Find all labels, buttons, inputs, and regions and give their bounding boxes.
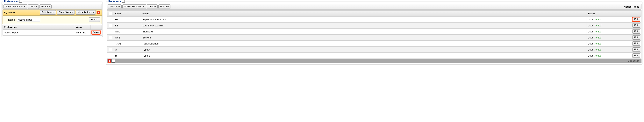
search-button-label: Search bbox=[90, 18, 98, 21]
search-button[interactable]: Search bbox=[89, 17, 100, 22]
remove-row-icon[interactable]: − bbox=[112, 59, 115, 63]
print-button[interactable]: Print bbox=[28, 4, 39, 9]
preferences-legend: Preferences − bbox=[3, 0, 22, 3]
row-checkbox[interactable] bbox=[109, 18, 112, 21]
col-preference[interactable]: Preference bbox=[3, 25, 75, 29]
cell-status: User (Active) bbox=[586, 16, 631, 22]
status-active: (Active) bbox=[594, 36, 602, 39]
cell-code: ES bbox=[114, 16, 141, 22]
refresh-label: Refresh bbox=[41, 5, 50, 8]
cell-action: Edit bbox=[631, 41, 642, 47]
status-active: (Active) bbox=[594, 42, 602, 45]
cell-status: User (Active) bbox=[586, 47, 631, 53]
cell-name: Standard bbox=[141, 28, 586, 35]
caret-down-icon bbox=[143, 6, 144, 7]
row-checkbox[interactable] bbox=[109, 24, 112, 27]
cell-area: SYSTEM bbox=[75, 29, 90, 35]
cell-status: User (Active) bbox=[586, 41, 631, 47]
status-active: (Active) bbox=[594, 18, 602, 21]
cell-action: Edit bbox=[631, 22, 642, 28]
cell-code: A bbox=[114, 47, 141, 53]
preference-panel: Preference − Actions Saved Searches Prin… bbox=[106, 1, 642, 65]
cell-action: Edit bbox=[631, 16, 642, 22]
edit-button[interactable]: Edit bbox=[632, 53, 640, 58]
edit-button[interactable]: Edit bbox=[632, 47, 640, 52]
cell-action: Edit bbox=[631, 35, 642, 41]
edit-button[interactable]: Edit bbox=[632, 35, 640, 40]
close-icon[interactable]: ✕ bbox=[97, 11, 100, 14]
refresh-label: Refresh bbox=[160, 5, 169, 8]
cell-select bbox=[107, 35, 114, 41]
cell-code: LS bbox=[114, 22, 141, 28]
row-checkbox[interactable] bbox=[109, 30, 112, 33]
notice-types-grid: Code Name Status ESExpiry Stock WarningU… bbox=[107, 10, 642, 59]
collapse-icon[interactable]: − bbox=[122, 0, 125, 2]
status-active: (Active) bbox=[594, 54, 602, 57]
status-active: (Active) bbox=[594, 48, 602, 51]
by-name-label: By Name bbox=[4, 11, 38, 14]
col-status[interactable]: Status bbox=[586, 10, 631, 16]
table-row[interactable]: Notice TypesSYSTEMView bbox=[3, 29, 102, 35]
col-name[interactable]: Name bbox=[141, 10, 586, 16]
cell-select bbox=[107, 53, 114, 59]
table-row[interactable]: SYSSystemUser (Active)Edit bbox=[107, 35, 642, 41]
cell-select bbox=[107, 22, 114, 28]
col-action bbox=[631, 10, 642, 16]
clear-search-label: Clear Search bbox=[59, 11, 73, 14]
col-select bbox=[107, 10, 114, 16]
cell-select bbox=[107, 16, 114, 22]
cell-name: System bbox=[141, 35, 586, 41]
cell-action: Edit bbox=[631, 53, 642, 59]
preference-legend: Preference − bbox=[108, 0, 126, 3]
col-code[interactable]: Code bbox=[114, 10, 141, 16]
view-button[interactable]: View bbox=[92, 30, 100, 35]
cell-action: Edit bbox=[631, 28, 642, 35]
edit-search-button[interactable]: Edit Search bbox=[40, 10, 56, 14]
cell-status: User (Active) bbox=[586, 35, 631, 41]
table-row[interactable]: STDStandardUser (Active)Edit bbox=[107, 28, 642, 35]
table-row[interactable]: AType AUser (Active)Edit bbox=[107, 47, 642, 53]
cell-name: Task Assigned bbox=[141, 41, 586, 47]
record-count: 7 records bbox=[628, 59, 640, 62]
edit-button[interactable]: Edit bbox=[632, 29, 640, 34]
left-toolbar: Saved Searches Print Refresh bbox=[2, 4, 102, 9]
cell-select bbox=[107, 28, 114, 35]
collapse-icon[interactable]: − bbox=[19, 0, 22, 2]
saved-searches-button[interactable]: Saved Searches bbox=[122, 4, 146, 9]
select-all-checkbox[interactable] bbox=[109, 12, 112, 15]
table-row[interactable]: BType BUser (Active)Edit bbox=[107, 53, 642, 59]
saved-searches-button[interactable]: Saved Searches bbox=[4, 4, 27, 9]
refresh-button[interactable]: Refresh bbox=[40, 4, 52, 9]
row-checkbox[interactable] bbox=[109, 54, 112, 57]
name-field-label: Name bbox=[4, 18, 15, 21]
name-input[interactable] bbox=[17, 18, 40, 22]
table-row[interactable]: TAASTask AssignedUser (Active)Edit bbox=[107, 41, 642, 47]
more-actions-button[interactable]: More Actions bbox=[76, 10, 96, 14]
edit-button[interactable]: Edit bbox=[632, 17, 640, 21]
cell-code: STD bbox=[114, 28, 141, 35]
cell-status: User (Active) bbox=[586, 28, 631, 35]
caret-down-icon bbox=[92, 12, 94, 13]
refresh-button[interactable]: Refresh bbox=[158, 4, 170, 9]
print-button[interactable]: Print bbox=[147, 4, 158, 9]
row-checkbox[interactable] bbox=[109, 42, 112, 45]
cell-select bbox=[107, 47, 114, 53]
table-row[interactable]: LSLow Stock WarningUser (Active)Edit bbox=[107, 22, 642, 28]
cell-preference: Notice Types bbox=[3, 29, 75, 35]
caret-down-icon bbox=[118, 6, 120, 7]
col-action bbox=[90, 25, 102, 29]
preference-legend-text: Preference bbox=[108, 0, 122, 3]
cell-name: Low Stock Warning bbox=[141, 22, 586, 28]
right-toolbar: Actions Saved Searches Print Refresh Not… bbox=[107, 4, 642, 9]
actions-button[interactable]: Actions bbox=[108, 4, 122, 9]
clear-search-button[interactable]: Clear Search bbox=[57, 10, 75, 14]
edit-search-label: Edit Search bbox=[42, 11, 54, 14]
table-row[interactable]: ESExpiry Stock WarningUser (Active)Edit bbox=[107, 16, 642, 22]
row-checkbox[interactable] bbox=[109, 48, 112, 51]
edit-button[interactable]: Edit bbox=[632, 41, 640, 46]
saved-searches-label: Saved Searches bbox=[5, 5, 23, 8]
edit-button[interactable]: Edit bbox=[632, 23, 640, 28]
col-area[interactable]: Area bbox=[75, 25, 90, 29]
add-row-icon[interactable]: + bbox=[108, 59, 111, 63]
row-checkbox[interactable] bbox=[109, 36, 112, 39]
